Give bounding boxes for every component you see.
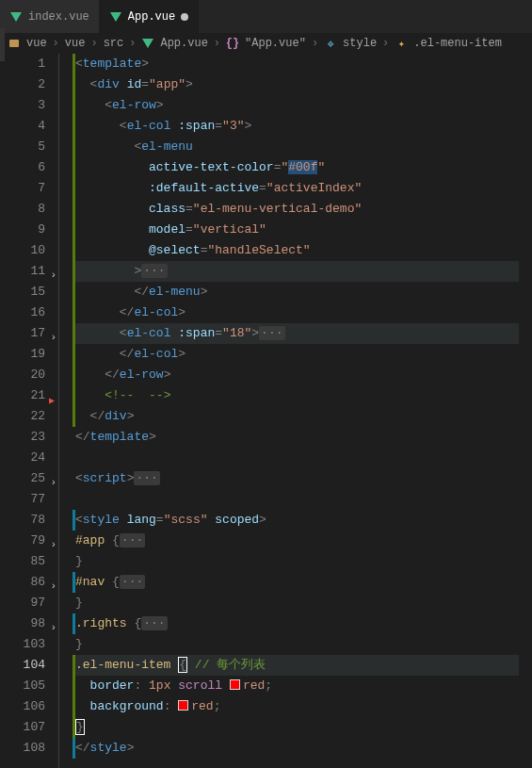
- color-swatch-icon: [178, 700, 188, 711]
- breadcrumb-seg[interactable]: App.vue: [160, 37, 207, 50]
- code-content[interactable]: <template> <div id="app"> <el-row> <el-c…: [58, 54, 532, 768]
- code-line[interactable]: active-text-color="#00f": [75, 157, 532, 178]
- line-number: 3: [0, 95, 45, 116]
- code-line[interactable]: </el-menu>: [75, 282, 532, 302]
- line-number: 2: [0, 74, 45, 95]
- chevron-right-icon: ›: [90, 37, 97, 50]
- code-line[interactable]: .rights {···: [75, 613, 532, 634]
- line-number: 20: [0, 365, 45, 385]
- line-number: 24: [0, 448, 45, 468]
- line-number: 85: [0, 551, 45, 572]
- breadcrumb-seg[interactable]: src: [104, 37, 124, 50]
- breadcrumb-seg[interactable]: "App.vue": [245, 37, 306, 50]
- code-line[interactable]: #nav {···: [75, 572, 532, 593]
- code-editor[interactable]: 1 2 3 4 5 6 7 8 9 10 11› 15 16 17› 19 20…: [0, 54, 532, 768]
- editor-tabs: index.vue App.vue: [0, 0, 532, 33]
- line-number: 6: [0, 157, 45, 178]
- line-number: 25›: [0, 468, 45, 489]
- tab-app-vue[interactable]: App.vue: [100, 0, 199, 33]
- chevron-right-icon: ›: [312, 37, 318, 50]
- tab-label: index.vue: [28, 10, 89, 24]
- line-number: 79›: [0, 531, 45, 551]
- breadcrumb-seg[interactable]: vue: [26, 37, 47, 50]
- breadcrumb-seg[interactable]: vue: [65, 37, 86, 50]
- code-line[interactable]: <el-col :span="3">: [75, 116, 532, 137]
- code-line[interactable]: @select="handleSelect": [75, 240, 532, 261]
- chevron-right-icon: ›: [382, 37, 389, 50]
- code-line[interactable]: </el-col>: [75, 302, 532, 323]
- code-line[interactable]: <el-menu: [75, 137, 532, 157]
- fold-arrow-icon[interactable]: ›: [50, 472, 56, 493]
- line-number: 103: [0, 634, 45, 655]
- fold-arrow-icon[interactable]: ›: [50, 617, 56, 638]
- error-marker-icon: ▶: [49, 391, 55, 412]
- chevron-right-icon: ›: [214, 37, 220, 50]
- code-line[interactable]: [75, 489, 532, 510]
- code-line[interactable]: .el-menu-item { // 每个列表: [75, 655, 532, 676]
- code-line[interactable]: </template>: [75, 427, 532, 448]
- code-line[interactable]: </el-col>: [75, 344, 532, 365]
- line-number: 98›: [0, 613, 45, 634]
- fold-arrow-icon[interactable]: ›: [50, 265, 56, 286]
- fold-arrow-icon[interactable]: ›: [50, 534, 56, 555]
- line-number: 19: [0, 344, 45, 365]
- line-number: 107: [0, 717, 45, 738]
- fold-arrow-icon[interactable]: ›: [50, 327, 56, 348]
- selector-icon: ✦: [395, 37, 408, 50]
- tab-index-vue[interactable]: index.vue: [0, 0, 100, 33]
- line-number: 17›: [0, 323, 45, 344]
- line-number: 86›: [0, 572, 45, 593]
- code-line[interactable]: </style>: [75, 738, 532, 759]
- line-number: 8: [0, 199, 45, 220]
- code-line[interactable]: class="el-menu-vertical-demo": [75, 199, 532, 220]
- code-line[interactable]: </div>: [75, 406, 532, 427]
- code-line[interactable]: }: [75, 593, 532, 613]
- line-gutter: 1 2 3 4 5 6 7 8 9 10 11› 15 16 17› 19 20…: [0, 54, 58, 768]
- code-line[interactable]: <script>···: [75, 468, 532, 489]
- code-line[interactable]: </el-row>: [75, 365, 532, 385]
- code-line[interactable]: :default-active="activeIndex": [75, 178, 532, 199]
- code-line[interactable]: }: [75, 634, 532, 655]
- line-number: 97: [0, 593, 45, 613]
- code-line[interactable]: border: 1px scroll red;: [75, 676, 532, 696]
- line-number: 11›: [0, 261, 45, 282]
- line-number: 77: [0, 489, 45, 510]
- code-line[interactable]: }: [75, 551, 532, 572]
- line-number: 4: [0, 116, 45, 137]
- line-number: 23: [0, 427, 45, 448]
- line-number: 7: [0, 178, 45, 199]
- code-line[interactable]: <!-- -->: [75, 385, 532, 406]
- chevron-right-icon: ›: [53, 37, 59, 50]
- code-line[interactable]: <el-col :span="18">···: [75, 323, 532, 344]
- line-number: 104: [0, 655, 45, 676]
- code-line[interactable]: <template>: [75, 54, 532, 74]
- line-number: 108: [0, 738, 45, 759]
- chevron-right-icon: ›: [129, 37, 136, 50]
- breadcrumb-seg[interactable]: .el-menu-item: [413, 37, 502, 50]
- code-line[interactable]: >···: [75, 261, 532, 282]
- line-number: 5: [0, 137, 45, 157]
- code-line[interactable]: <div id="app">: [75, 74, 532, 95]
- breadcrumb[interactable]: vue › vue › src › App.vue › {} "App.vue"…: [0, 33, 532, 54]
- code-line[interactable]: model="vertical": [75, 220, 532, 240]
- unsaved-indicator-icon: [181, 13, 188, 21]
- vue-file-icon: [141, 37, 154, 50]
- code-line[interactable]: }: [75, 717, 532, 738]
- code-line[interactable]: [75, 448, 532, 468]
- breadcrumb-seg[interactable]: style: [343, 37, 377, 50]
- code-line[interactable]: <style lang="scss" scoped>: [75, 510, 532, 531]
- vue-file-icon: [109, 10, 122, 24]
- fold-arrow-icon[interactable]: ›: [50, 576, 56, 596]
- minimap[interactable]: [519, 54, 532, 768]
- code-line[interactable]: <el-row>: [75, 95, 532, 116]
- line-number: 16: [0, 302, 45, 323]
- code-line[interactable]: background: red;: [75, 696, 532, 717]
- vue-file-icon: [9, 10, 23, 24]
- line-number: 10: [0, 240, 45, 261]
- braces-icon: {}: [226, 37, 239, 50]
- tab-label: App.vue: [128, 10, 175, 24]
- line-number: 15: [0, 282, 45, 302]
- line-number: 78: [0, 510, 45, 531]
- code-line[interactable]: #app {···: [75, 531, 532, 551]
- color-swatch-icon: [230, 679, 240, 690]
